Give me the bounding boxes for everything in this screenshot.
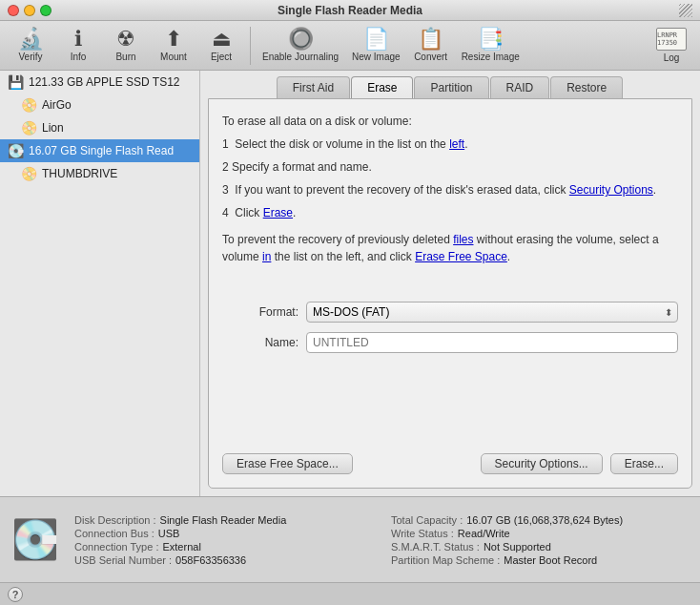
resize-image-button[interactable]: 📑 Resize Image: [456, 26, 525, 65]
instruction-step2: 2 Specify a format and name.: [222, 158, 678, 176]
hdd-icon: 💾: [8, 74, 24, 90]
tab-restore[interactable]: Restore: [550, 76, 623, 98]
new-image-label: New Image: [352, 52, 401, 62]
resize-image-label: Resize Image: [462, 52, 520, 62]
partition-map-row: Partition Map Scheme : Master Boot Recor…: [391, 554, 689, 566]
info-label: Info: [71, 52, 87, 62]
format-form: Format: MS-DOS (FAT) Mac OS Extended (Jo…: [222, 302, 678, 353]
burn-button[interactable]: ☢ Burn: [103, 26, 149, 65]
maximize-button[interactable]: [40, 5, 51, 16]
convert-button[interactable]: 📋 Convert: [408, 26, 454, 65]
sidebar-item-disk1-label: 121.33 GB APPLE SSD TS12: [29, 75, 180, 89]
verify-label: Verify: [18, 52, 42, 62]
minimize-button[interactable]: [24, 5, 35, 16]
sidebar-item-airgo-label: AirGo: [42, 98, 72, 112]
enable-journaling-button[interactable]: 🔘 Enable Journaling: [257, 26, 344, 65]
sidebar-item-thumbdrive-label: THUMBDRIVE: [42, 167, 117, 180]
connection-type-key: Connection Type :: [74, 541, 158, 553]
smart-status-key: S.M.A.R.T. Status :: [391, 541, 480, 553]
sidebar-item-disk2-label: 16.07 GB Single Flash Read: [29, 144, 174, 157]
security-options-link[interactable]: Security Options: [569, 183, 653, 197]
files-link[interactable]: files: [453, 233, 473, 246]
usb-serial-val: 058F63356336: [175, 554, 246, 566]
sidebar-item-disk2[interactable]: 💽 16.07 GB Single Flash Read: [0, 139, 199, 162]
write-status-val: Read/Write: [458, 528, 510, 539]
erase-free-link[interactable]: Erase Free Space: [415, 250, 507, 263]
tab-bar: First Aid Erase Partition RAID Restore: [200, 71, 700, 98]
tab-erase[interactable]: Erase: [351, 76, 413, 98]
instruction-title: To erase all data on a disk or volume:: [222, 113, 678, 130]
sidebar: 💾 121.33 GB APPLE SSD TS12 📀 AirGo 📀 Lio…: [0, 71, 200, 496]
disk-description-val: Single Flash Reader Media: [160, 514, 287, 526]
partition-map-val: Master Boot Record: [504, 554, 597, 566]
disk-large-icon: 💽: [11, 517, 59, 562]
sidebar-item-disk1[interactable]: 💾 121.33 GB APPLE SSD TS12: [0, 71, 199, 94]
info-panel: 💽 Disk Description : Single Flash Reader…: [0, 496, 700, 582]
erase-button[interactable]: Erase...: [610, 453, 678, 474]
instruction-step4: 4 Click Erase.: [222, 204, 678, 221]
convert-label: Convert: [414, 52, 447, 62]
name-row: Name:: [222, 332, 678, 353]
new-image-button[interactable]: 📄 New Image: [346, 26, 406, 65]
window-controls[interactable]: [8, 5, 51, 16]
log-label: Log: [664, 52, 680, 63]
erase-link[interactable]: Erase: [263, 206, 293, 219]
log-button[interactable]: LRNPR 17350 Log: [650, 25, 692, 66]
tab-first-aid[interactable]: First Aid: [277, 76, 350, 98]
format-row: Format: MS-DOS (FAT) Mac OS Extended (Jo…: [222, 302, 678, 323]
burn-label: Burn: [115, 52, 135, 62]
info-grid: Disk Description : Single Flash Reader M…: [74, 514, 689, 566]
help-button[interactable]: ?: [8, 587, 23, 602]
instruction-step3: 3 If you want to prevent the recovery of…: [222, 181, 678, 198]
connection-type-val: External: [162, 541, 200, 553]
name-label: Name:: [222, 336, 299, 349]
name-input[interactable]: [306, 332, 678, 353]
vol-icon-lion: 📀: [21, 120, 37, 136]
format-select[interactable]: MS-DOS (FAT) Mac OS Extended (Journaled)…: [306, 302, 678, 323]
connection-bus-row: Connection Bus : USB: [74, 528, 372, 539]
sidebar-item-lion[interactable]: 📀 Lion: [0, 116, 199, 139]
vol-icon-airgo: 📀: [21, 97, 37, 113]
mount-button[interactable]: ⬆ Mount: [151, 26, 196, 65]
verify-button[interactable]: 🔬 Verify: [8, 26, 53, 65]
enable-journaling-label: Enable Journaling: [262, 52, 339, 62]
sidebar-resize-handle[interactable]: [196, 71, 199, 496]
instruction-step1: 1 Select the disk or volume in the list …: [222, 136, 678, 153]
info-icon: ℹ: [74, 29, 82, 50]
sidebar-item-lion-label: Lion: [42, 121, 64, 135]
main-panel: First Aid Erase Partition RAID Restore T…: [200, 71, 700, 496]
eject-icon: ⏏: [212, 29, 232, 50]
erase-buttons: Erase Free Space... Security Options... …: [222, 444, 678, 474]
tab-raid[interactable]: RAID: [490, 76, 550, 98]
usb-icon: 💽: [8, 143, 24, 158]
convert-icon: 📋: [418, 29, 443, 50]
disk-description-row: Disk Description : Single Flash Reader M…: [74, 514, 372, 526]
write-status-row: Write Status : Read/Write: [391, 528, 689, 539]
tab-partition[interactable]: Partition: [414, 76, 488, 98]
sidebar-item-thumbdrive[interactable]: 📀 THUMBDRIVE: [0, 162, 199, 185]
list-link[interactable]: in: [262, 250, 271, 263]
partition-map-key: Partition Map Scheme :: [391, 554, 500, 566]
security-options-button[interactable]: Security Options...: [481, 453, 603, 474]
disk-description-key: Disk Description :: [74, 514, 156, 526]
erase-free-space-button[interactable]: Erase Free Space...: [222, 453, 353, 474]
eject-button[interactable]: ⏏ Eject: [198, 26, 244, 65]
vol-icon-thumb: 📀: [21, 166, 37, 181]
total-capacity-row: Total Capacity : 16.07 GB (16,068,378,62…: [391, 514, 689, 526]
bottom-bar: ?: [0, 582, 700, 605]
usb-serial-row: USB Serial Number : 058F63356336: [74, 554, 372, 566]
format-label: Format:: [222, 305, 299, 319]
erase-content-area: To erase all data on a disk or volume: 1…: [208, 98, 692, 489]
resize-image-icon: 📑: [478, 29, 504, 50]
usb-serial-key: USB Serial Number :: [74, 554, 172, 566]
verify-icon: 🔬: [18, 29, 44, 50]
title-bar: Single Flash Reader Media: [0, 0, 700, 21]
left-link[interactable]: left: [449, 137, 464, 151]
new-image-icon: 📄: [363, 29, 389, 50]
sidebar-item-airgo[interactable]: 📀 AirGo: [0, 94, 199, 116]
info-button[interactable]: ℹ Info: [55, 26, 101, 65]
toolbar-separator: [250, 27, 251, 65]
close-button[interactable]: [8, 5, 19, 16]
write-status-key: Write Status :: [391, 528, 454, 539]
main-content: 💾 121.33 GB APPLE SSD TS12 📀 AirGo 📀 Lio…: [0, 71, 700, 496]
